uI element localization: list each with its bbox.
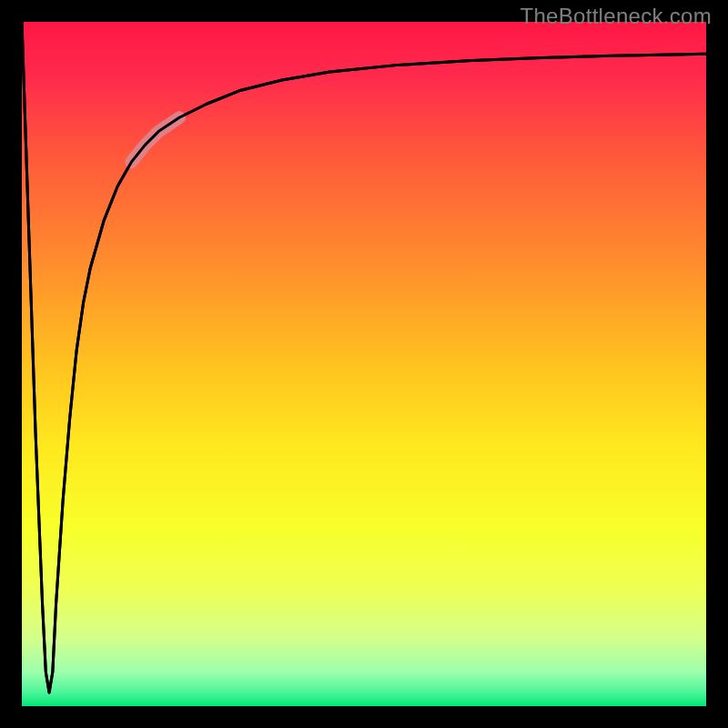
chart-container: TheBottleneck.com bbox=[0, 0, 728, 728]
watermark-text: TheBottleneck.com bbox=[520, 4, 712, 29]
plot-area bbox=[22, 22, 706, 706]
chart-svg bbox=[22, 22, 706, 706]
gradient-background bbox=[22, 22, 706, 706]
